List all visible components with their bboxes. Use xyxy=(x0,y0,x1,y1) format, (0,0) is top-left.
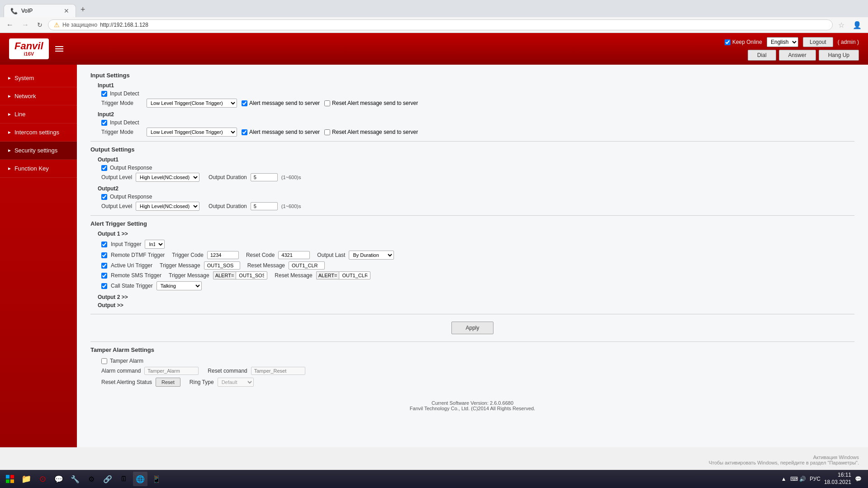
input-trigger-select[interactable]: In1 xyxy=(145,240,165,249)
apply-btn-row: Apply xyxy=(90,322,854,334)
remote-sms-row: Remote SMS Trigger Trigger Message ALERT… xyxy=(101,271,854,280)
active-uri-checkbox[interactable] xyxy=(101,263,107,269)
sidebar-item-line[interactable]: ► Line xyxy=(0,105,77,123)
output1-level-label: Output Level xyxy=(101,174,132,180)
address-text: http://192.168.1.128 xyxy=(100,22,148,28)
output1-response-label: Output Response xyxy=(110,165,152,171)
sidebar-item-functionkey[interactable]: ► Function Key xyxy=(0,160,77,178)
remote-dtmf-checkbox[interactable] xyxy=(101,252,107,258)
output-last-select[interactable]: By Duration xyxy=(349,251,394,260)
sms-reset-input[interactable] xyxy=(339,271,370,280)
sms-trigger-input[interactable] xyxy=(236,271,267,280)
output2-duration-input[interactable] xyxy=(251,202,278,210)
logo-box: Fanvil i16V xyxy=(9,38,49,59)
logout-button[interactable]: Logout xyxy=(803,37,833,47)
tab-close-icon[interactable]: ✕ xyxy=(64,7,69,14)
profile-button[interactable]: 👤 xyxy=(850,20,864,30)
input1-alert-checkbox-label[interactable]: Alert message send to server xyxy=(242,100,320,106)
address-bar[interactable]: ⚠ Не защищено http://192.168.1.128 xyxy=(48,19,833,30)
call-state-label: Call State Trigger xyxy=(111,283,153,289)
keep-online-checkbox[interactable] xyxy=(725,39,730,45)
page-footer: Current Software Version: 2.6.0.6680 Fan… xyxy=(90,396,854,420)
reset-alerting-button[interactable]: Reset xyxy=(156,378,180,387)
input-trigger-label: Input Trigger xyxy=(111,241,141,247)
input1-reset-alert-label[interactable]: Reset Alert message send to server xyxy=(324,100,418,106)
sidebar-item-network[interactable]: ► Network xyxy=(0,87,77,105)
output1-level-select[interactable]: High Level(NC:closed) xyxy=(136,173,199,182)
alarm-command-input[interactable] xyxy=(144,367,199,375)
input1-trigger-select[interactable]: Low Level Trigger(Close Trigger) xyxy=(147,99,237,108)
input1-reset-alert-checkbox[interactable] xyxy=(324,100,330,106)
input2-reset-alert-text: Reset Alert message send to server xyxy=(332,129,418,135)
reset-code-input[interactable] xyxy=(278,251,310,259)
output2-sub-title: Output2 xyxy=(98,185,854,192)
input2-detect-checkbox[interactable] xyxy=(101,120,107,126)
pre-apply-divider xyxy=(90,314,854,314)
input2-reset-alert-checkbox[interactable] xyxy=(324,129,330,135)
trigger-message-input[interactable] xyxy=(204,261,240,270)
input2-reset-alert-label[interactable]: Reset Alert message send to server xyxy=(324,129,418,135)
input1-alert-checkbox[interactable] xyxy=(242,100,247,106)
sidebar-item-intercom[interactable]: ► Intercom settings xyxy=(0,123,77,142)
output2-level-select[interactable]: High Level(NC:closed) xyxy=(136,202,199,211)
refresh-button[interactable]: ↻ xyxy=(34,20,45,29)
bookmark-button[interactable]: ☆ xyxy=(835,20,847,30)
output2-response-checkbox[interactable] xyxy=(101,194,107,200)
input1-trigger-row: Trigger Mode Low Level Trigger(Close Tri… xyxy=(101,99,854,108)
insecure-label: Не защищено xyxy=(62,22,97,28)
input1-detect-checkbox[interactable] xyxy=(101,91,107,97)
alert-trigger-section: Alert Trigger Setting Output 1 >> Input … xyxy=(90,220,854,308)
input2-trigger-row: Trigger Mode Low Level Trigger(Close Tri… xyxy=(101,128,854,137)
language-select[interactable]: English xyxy=(767,37,798,47)
output-settings-title: Output Settings xyxy=(90,146,854,153)
output2-link: Output 2 >> xyxy=(98,294,854,300)
dial-button[interactable]: Dial xyxy=(748,50,776,61)
ring-type-select[interactable]: Default xyxy=(218,378,254,387)
active-tab[interactable]: 📞 VoIP ✕ xyxy=(4,4,76,17)
hangup-button[interactable]: Hang Up xyxy=(819,50,859,61)
remote-dtmf-label: Remote DTMF Trigger xyxy=(111,252,165,258)
active-uri-row: Active Uri Trigger Trigger Message Reset… xyxy=(101,261,854,270)
output1-response-row: Output Response xyxy=(101,165,854,171)
input2-trigger-select[interactable]: Low Level Trigger(Close Trigger) xyxy=(147,128,237,137)
input-trigger-checkbox[interactable] xyxy=(101,242,107,247)
reset-command-input[interactable] xyxy=(251,367,305,375)
tamper-alarm-checkbox[interactable] xyxy=(101,358,107,364)
apply-button[interactable]: Apply xyxy=(451,322,493,334)
input1-sub-title: Input1 xyxy=(98,82,854,89)
back-button[interactable]: ← xyxy=(4,20,16,30)
remote-sms-label: Remote SMS Trigger xyxy=(111,272,161,279)
sidebar-item-label: Function Key xyxy=(14,165,49,172)
forward-button[interactable]: → xyxy=(19,20,32,30)
sidebar-item-security[interactable]: ► Security settings xyxy=(0,142,77,160)
new-tab-button[interactable]: + xyxy=(76,2,90,17)
call-state-checkbox[interactable] xyxy=(101,283,107,289)
input2-alert-checkbox-label[interactable]: Alert message send to server xyxy=(242,129,320,135)
output2-level-label: Output Level xyxy=(101,203,132,209)
post-apply-divider xyxy=(90,341,854,342)
chevron-right-icon: ► xyxy=(7,148,12,153)
menu-lines xyxy=(55,46,63,52)
output2-response-label: Output Response xyxy=(110,194,152,200)
remote-dtmf-row: Remote DTMF Trigger Trigger Code Reset C… xyxy=(101,251,854,260)
sms-trigger-label: Trigger Message xyxy=(169,272,209,279)
remote-sms-checkbox[interactable] xyxy=(101,273,107,279)
answer-button[interactable]: Answer xyxy=(779,50,816,61)
header-controls: Keep Online English Logout ( admin ) Dia… xyxy=(725,37,859,61)
output1-response-checkbox[interactable] xyxy=(101,165,107,171)
output1-duration-input[interactable] xyxy=(251,173,278,181)
sidebar: ► System ► Network ► Line ► Intercom set… xyxy=(0,65,77,447)
reset-message-input[interactable] xyxy=(289,261,325,270)
call-state-select[interactable]: Talking xyxy=(157,281,202,290)
trigger-code-input[interactable] xyxy=(207,251,239,259)
input1-reset-alert-text: Reset Alert message send to server xyxy=(332,100,418,106)
keep-online-label[interactable]: Keep Online xyxy=(725,39,762,45)
alert-trigger-title: Alert Trigger Setting xyxy=(90,220,854,227)
input-trigger-row: Input Trigger In1 xyxy=(101,240,854,249)
browser-chrome: 📞 VoIP ✕ + xyxy=(0,0,868,17)
ring-type-label: Ring Type xyxy=(190,379,214,385)
divider2 xyxy=(90,215,854,216)
input2-alert-checkbox[interactable] xyxy=(242,129,247,135)
sidebar-item-system[interactable]: ► System xyxy=(0,69,77,87)
main-layout: ► System ► Network ► Line ► Intercom set… xyxy=(0,65,868,447)
